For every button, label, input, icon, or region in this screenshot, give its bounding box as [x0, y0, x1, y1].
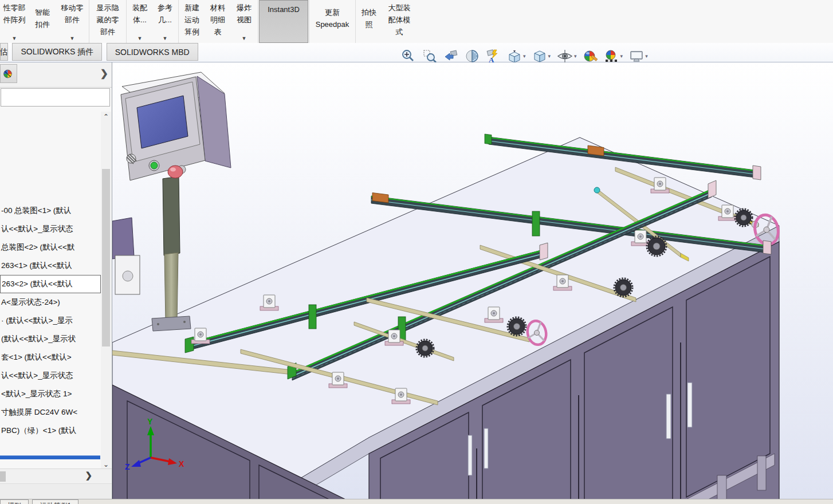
- toolbar-separator: [89, 0, 89, 43]
- tree-item[interactable]: A<显示状态-24>): [0, 293, 101, 312]
- tree-vertical-scrollbar[interactable]: ⌃ ⌄: [101, 112, 111, 470]
- white-sensor-bracket[interactable]: [115, 255, 140, 294]
- toolbar-button-label: 材料: [210, 2, 225, 14]
- apply-scene-icon[interactable]: ▾: [604, 49, 623, 64]
- toolbar-button-label: 大型装: [388, 2, 411, 14]
- edit-appearance-icon[interactable]: [583, 49, 598, 64]
- feature-manager-header: ❯: [0, 62, 112, 88]
- toolbar-button-label: 算例: [184, 26, 199, 38]
- toolbar-button-new-motion-study[interactable]: 新建运动算例: [179, 0, 205, 43]
- teal-pulley: [594, 187, 600, 193]
- cabinet-leg: [757, 456, 766, 490]
- toolbar-button-show-hidden-components[interactable]: 显示隐藏的零部件: [90, 0, 125, 43]
- toolbar-button-label: 式: [396, 26, 403, 38]
- dropdown-arrow-icon[interactable]: ▾: [548, 53, 551, 59]
- toolbar-button-instant3d[interactable]: Instant3D: [259, 0, 308, 43]
- dropdown-arrow-icon[interactable]: ▼: [70, 36, 75, 41]
- tree-horizontal-scrollbar[interactable]: ❯: [0, 468, 112, 483]
- tab-solidworks-addins[interactable]: SOLIDWORKS 插件: [12, 43, 102, 61]
- tree-item[interactable]: -00 总装图<1> (默认: [0, 202, 101, 220]
- toolbar-button-label: 参考: [158, 2, 172, 14]
- sprocket[interactable]: [735, 209, 752, 226]
- dropdown-arrow-icon[interactable]: ▾: [523, 53, 526, 59]
- door-handle[interactable]: [468, 435, 472, 475]
- hide-show-items-icon[interactable]: ▾: [557, 49, 577, 64]
- section-view-icon[interactable]: [465, 49, 480, 64]
- toolbar-button-label: 运动: [184, 14, 199, 26]
- zoom-to-area-icon[interactable]: [422, 49, 437, 64]
- toolbar-button-bill-of-materials[interactable]: 材料明细表: [205, 0, 231, 43]
- feature-tree-filter-input[interactable]: [1, 88, 110, 107]
- toolbar-separator: [355, 0, 356, 43]
- tree-item[interactable]: 套<1> (默认<<默认>: [0, 348, 101, 367]
- toolbar-button-smart-fasteners[interactable]: 智能扣件: [29, 0, 56, 43]
- zoom-to-fit-icon[interactable]: [401, 49, 416, 64]
- tree-item[interactable]: <默认>_显示状态 1>: [0, 385, 101, 403]
- dropdown-arrow-icon[interactable]: ▼: [163, 36, 168, 41]
- display-pane-button[interactable]: [0, 64, 17, 83]
- dropdown-arrow-icon[interactable]: ▼: [137, 36, 143, 41]
- door-handle[interactable]: [484, 428, 488, 468]
- toolbar-button-label: 装配: [132, 2, 147, 14]
- toolbar-button-move-component[interactable]: 移动零部件▼: [56, 0, 88, 43]
- toolbar-button-assembly-features[interactable]: 装配体...▼: [127, 0, 152, 43]
- tree-item[interactable]: 263<2> (默认<<默认: [0, 275, 101, 293]
- green-start-button[interactable]: [149, 160, 159, 171]
- tab-motion-study[interactable]: 运动算例1: [32, 499, 78, 504]
- scroll-right-icon[interactable]: ❯: [85, 470, 92, 481]
- toolbar-button-reference-geometry[interactable]: 参考几...▼: [152, 0, 178, 43]
- toolbar-button-label: Instant3D: [268, 3, 300, 15]
- rollback-bar[interactable]: [0, 455, 100, 459]
- toolbar-button-label: 爆炸: [237, 2, 252, 14]
- toolbar-button-exploded-view[interactable]: 爆炸视图▼: [231, 0, 257, 43]
- feature-manager-panel: ❯ -00 总装图<1> (默认认<<默认>_显示状态总装图<2> (默认<<默…: [0, 62, 112, 499]
- previous-view-icon[interactable]: [443, 49, 458, 64]
- triad-x-label: X: [179, 459, 184, 468]
- tree-item[interactable]: · (默认<<默认>_显示: [0, 312, 101, 330]
- toolbar-button-take-snapshot[interactable]: 拍快照: [356, 0, 382, 43]
- toolbar-button-label: 更新: [325, 6, 340, 18]
- door-handle[interactable]: [666, 394, 671, 439]
- tree-item[interactable]: 认<<默认>_显示状态: [0, 220, 101, 238]
- graphics-viewport[interactable]: Y X Z: [112, 62, 833, 499]
- tab-evaluate-partial[interactable]: 估: [0, 43, 8, 61]
- view-annotations-icon[interactable]: A: [486, 49, 501, 64]
- dropdown-arrow-icon[interactable]: ▼: [242, 36, 247, 41]
- orange-clamp[interactable]: [588, 145, 604, 156]
- scroll-up-icon[interactable]: ⌃: [101, 113, 111, 121]
- tree-item[interactable]: (默认<<默认>_显示状: [0, 330, 101, 348]
- tree-item[interactable]: 总装图<2> (默认<<默: [0, 238, 101, 257]
- dropdown-arrow-icon[interactable]: ▼: [12, 36, 17, 41]
- dropdown-arrow-icon[interactable]: ▾: [645, 53, 648, 59]
- purple-bracket-part[interactable]: [112, 218, 134, 259]
- tab-solidworks-mbd[interactable]: SOLIDWORKS MBD: [107, 43, 198, 61]
- dropdown-arrow-icon[interactable]: ▾: [574, 53, 577, 59]
- appearance-ball-icon: [3, 68, 14, 80]
- display-style-icon[interactable]: ▾: [532, 49, 551, 64]
- tab-model[interactable]: 模型: [0, 499, 29, 504]
- cabinet-leg: [717, 475, 726, 499]
- scroll-down-icon[interactable]: ⌄: [101, 460, 111, 468]
- toolbar-button-update-speedpak[interactable]: 更新Speedpak: [310, 0, 355, 43]
- door-handle[interactable]: [687, 383, 692, 427]
- toolbar-button-label: 新建: [184, 2, 199, 14]
- tree-item[interactable]: 寸触摸屏 DC24V 6W<: [0, 403, 101, 422]
- orange-clamp[interactable]: [372, 193, 388, 203]
- green-strap: [309, 305, 316, 329]
- tree-item[interactable]: 认<<默认>_显示状态: [0, 367, 101, 385]
- feature-tree: -00 总装图<1> (默认认<<默认>_显示状态总装图<2> (默认<<默26…: [0, 109, 101, 458]
- sprocket[interactable]: [416, 340, 434, 357]
- horizontal-scroll-thumb[interactable]: [0, 471, 6, 482]
- vertical-scroll-thumb[interactable]: [102, 169, 110, 346]
- toolbar-button-label: 明细: [210, 14, 225, 26]
- expand-panel-chevron-icon[interactable]: ❯: [100, 68, 108, 80]
- toolbar-button-large-assembly-mode[interactable]: 大型装配体模式: [382, 0, 417, 43]
- view-settings-icon[interactable]: ▾: [629, 49, 648, 64]
- toolbar-button-linear-component-pattern[interactable]: 性零部件阵列▼: [0, 0, 29, 43]
- solidworks-window: 性零部件阵列▼智能扣件移动零部件▼显示隐藏的零部件装配体...▼参考几...▼新…: [0, 0, 833, 504]
- tree-item[interactable]: PBC)（绿）<1> (默认: [0, 422, 101, 440]
- dropdown-arrow-icon[interactable]: ▾: [620, 53, 623, 59]
- tree-item[interactable]: 263<1> (默认<<默认: [0, 257, 101, 275]
- view-orientation-icon[interactable]: ▾: [507, 49, 526, 64]
- toolbar-button-label: 照: [366, 18, 373, 30]
